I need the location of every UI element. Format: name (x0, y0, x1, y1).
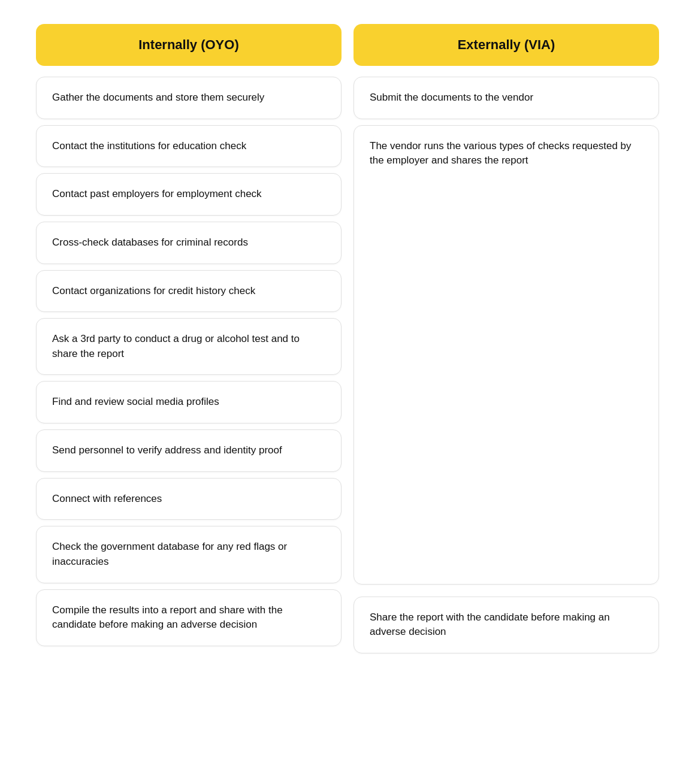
left-column-header: Internally (OYO) (36, 24, 342, 66)
list-item: The vendor runs the various types of che… (353, 125, 659, 585)
right-column-header: Externally (VIA) (353, 24, 659, 66)
list-item: Check the government database for any re… (36, 526, 342, 583)
left-cards-column: Gather the documents and store them secu… (36, 77, 342, 646)
list-item: Cross-check databases for criminal recor… (36, 222, 342, 264)
list-item: Send personnel to verify address and ide… (36, 429, 342, 472)
list-item: Gather the documents and store them secu… (36, 77, 342, 119)
headers-row: Internally (OYO) Externally (VIA) (36, 24, 659, 68)
list-item: Contact organizations for credit history… (36, 270, 342, 313)
columns-wrapper: Gather the documents and store them secu… (36, 77, 659, 653)
list-item: Contact the institutions for education c… (36, 125, 342, 168)
list-item: Ask a 3rd party to conduct a drug or alc… (36, 318, 342, 375)
list-item: Compile the results into a report and sh… (36, 589, 342, 646)
list-item: Contact past employers for employment ch… (36, 173, 342, 216)
list-item: Share the report with the candidate befo… (353, 597, 659, 653)
list-item: Find and review social media profiles (36, 381, 342, 423)
right-cards-column: Submit the documents to the vendor The v… (353, 77, 659, 653)
list-item: Connect with references (36, 478, 342, 520)
list-item: Submit the documents to the vendor (353, 77, 659, 119)
